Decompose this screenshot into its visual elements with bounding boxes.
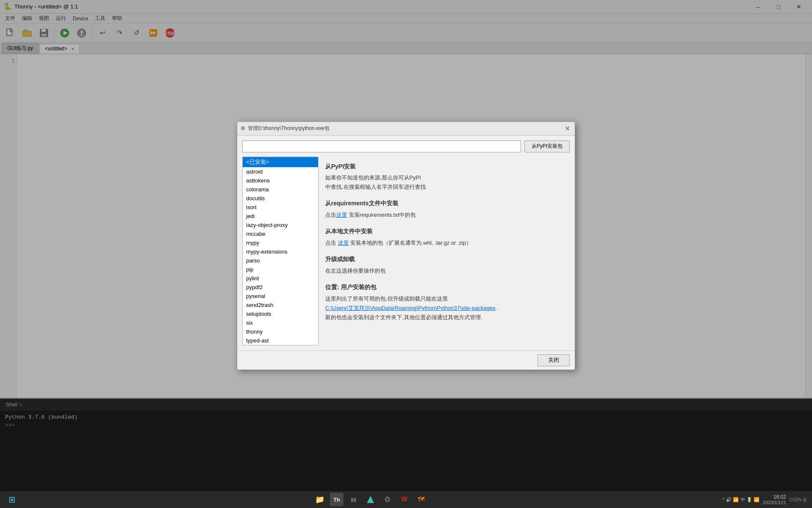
- package-item-parso[interactable]: parso: [243, 256, 318, 265]
- package-item-asttokens[interactable]: asttokens: [243, 176, 318, 185]
- package-item-pypdf2[interactable]: pypdf2: [243, 283, 318, 292]
- modal-title-text: 管理D:\thonny\Thonny\python.exe包: [248, 125, 329, 132]
- taskbar-app4[interactable]: [364, 493, 377, 506]
- package-item-colorama[interactable]: colorama: [243, 185, 318, 194]
- package-item-mypy[interactable]: mypy: [243, 238, 318, 247]
- site-packages-link[interactable]: C:\Users\艾克拜尔\AppData\Roaming\Python\Pyt…: [325, 305, 495, 311]
- taskbar-settings[interactable]: ⚙: [381, 493, 394, 506]
- package-item-astroid[interactable]: astroid: [243, 167, 318, 176]
- location-section-title: 位置: 用户安装的包: [325, 282, 563, 293]
- package-list[interactable]: <已安装> astroid asttokens colorama docutil…: [242, 157, 318, 345]
- requirements-section-title: 从requirements文件中安装: [325, 199, 563, 209]
- local-section-body: 点击 这里 安装本地的包（扩展名通常为.whl, .tar.gz or .zip…: [325, 238, 563, 248]
- taskbar-time: 16:02: [763, 494, 786, 500]
- package-item-send2trash[interactable]: send2trash: [243, 301, 318, 309]
- package-item-isort[interactable]: isort: [243, 203, 318, 212]
- package-item-docutils[interactable]: docutils: [243, 194, 318, 203]
- local-link[interactable]: 这里: [338, 240, 349, 246]
- taskbar-app6[interactable]: W: [398, 493, 411, 506]
- modal-footer: 关闭: [237, 351, 575, 370]
- location-section-body: 这里列出了所有可用的包,但升级或卸载只能在这里 C:\Users\艾克拜尔\Ap…: [325, 294, 563, 322]
- requirements-section: 从requirements文件中安装 点击这里 安装requirements.t…: [325, 199, 563, 220]
- upgrade-section: 升级或卸载 在左边选择你要操作的包: [325, 254, 563, 276]
- pypi-section: 从PyPI安装 如果你不知道包的来源,那么你可从PyPI中查找,在搜索框输入名字…: [325, 162, 563, 192]
- modal-title-bar: ⚙ 管理D:\thonny\Thonny\python.exe包 ✕: [237, 122, 575, 135]
- modal-body: 从PyPI安装包 <已安装> astroid asttokens coloram…: [237, 135, 575, 351]
- package-item-mypy-extensions[interactable]: mypy-extensions: [243, 247, 318, 256]
- package-item-typed-ast[interactable]: typed-ast: [243, 336, 318, 345]
- taskbar-im[interactable]: M: [347, 493, 360, 506]
- taskbar-left: ⊞: [5, 493, 19, 506]
- taskbar-date: 2023/1/121: [763, 500, 786, 505]
- modal-close-btn[interactable]: 关闭: [538, 354, 570, 366]
- package-item-jedi[interactable]: jedi: [243, 212, 318, 221]
- taskbar-thonny[interactable]: Th: [330, 493, 343, 506]
- package-manager-dialog: ⚙ 管理D:\thonny\Thonny\python.exe包 ✕ 从PyPI…: [237, 121, 575, 370]
- requirements-link[interactable]: 这里: [336, 212, 347, 218]
- package-item-pyserial[interactable]: pyserial: [243, 292, 318, 301]
- taskbar-center: 📁 Th M ⚙ W 🗺: [313, 493, 428, 506]
- requirements-section-body: 点击这里 安装requirements.txt中的包: [325, 210, 563, 220]
- taskbar-csdn: CSDN @: [790, 497, 807, 502]
- taskbar-explorer[interactable]: 📁: [313, 493, 326, 506]
- package-item-mccabe[interactable]: mccabe: [243, 229, 318, 238]
- package-item-six[interactable]: six: [243, 318, 318, 327]
- package-search-input[interactable]: [242, 141, 521, 152]
- taskbar-indicators: ^ 🔊 📶 中 🔋 📶: [722, 497, 759, 503]
- modal-title: ⚙ 管理D:\thonny\Thonny\python.exe包: [241, 125, 329, 132]
- taskbar: ⊞ 📁 Th M ⚙ W 🗺 ^ 🔊 📶 中 🔋 📶 16:02 2023/1/…: [0, 491, 812, 508]
- taskbar-right: ^ 🔊 📶 中 🔋 📶 16:02 2023/1/121 CSDN @: [722, 494, 807, 505]
- pypi-section-body: 如果你不知道包的来源,那么你可从PyPI中查找,在搜索框输入名字并回车进行查找: [325, 173, 563, 192]
- package-item-installed[interactable]: <已安装>: [243, 157, 318, 167]
- install-from-pypi-button[interactable]: 从PyPI安装包: [524, 141, 570, 152]
- upgrade-section-title: 升级或卸载: [325, 254, 563, 265]
- package-info-panel: 从PyPI安装 如果你不知道包的来源,那么你可从PyPI中查找,在搜索框输入名字…: [318, 157, 570, 345]
- package-item-thonny[interactable]: thonny: [243, 327, 318, 336]
- location-section: 位置: 用户安装的包 这里列出了所有可用的包,但升级或卸载只能在这里 C:\Us…: [325, 282, 563, 322]
- local-section: 从本地文件中安装 点击 这里 安装本地的包（扩展名通常为.whl, .tar.g…: [325, 226, 563, 248]
- package-item-lazy-object-proxy[interactable]: lazy-object-proxy: [243, 221, 318, 229]
- modal-search-row: 从PyPI安装包: [242, 141, 570, 152]
- start-button[interactable]: ⊞: [5, 493, 19, 506]
- pypi-section-title: 从PyPI安装: [325, 162, 563, 172]
- package-item-pylint[interactable]: pylint: [243, 274, 318, 283]
- taskbar-clock[interactable]: 16:02 2023/1/121: [763, 494, 786, 505]
- package-item-setuptools[interactable]: setuptools: [243, 309, 318, 318]
- modal-content-area: <已安装> astroid asttokens colorama docutil…: [242, 157, 570, 345]
- taskbar-app7[interactable]: 🗺: [414, 493, 428, 506]
- modal-title-icon: ⚙: [241, 125, 245, 131]
- upgrade-section-body: 在左边选择你要操作的包: [325, 266, 563, 276]
- package-item-pip[interactable]: pip: [243, 265, 318, 274]
- svg-marker-12: [367, 496, 374, 503]
- local-section-title: 从本地文件中安装: [325, 226, 563, 237]
- modal-close-button[interactable]: ✕: [563, 124, 571, 133]
- modal-overlay: ⚙ 管理D:\thonny\Thonny\python.exe包 ✕ 从PyPI…: [0, 0, 812, 491]
